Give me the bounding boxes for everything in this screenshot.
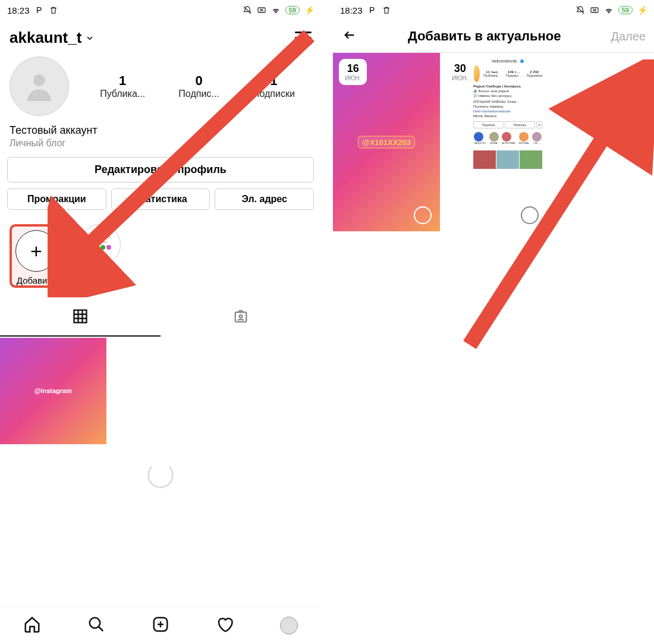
- bio-category: Личный блог: [10, 138, 312, 149]
- status-time: 18:23: [7, 5, 30, 15]
- charging-icon: ⚡: [304, 5, 314, 15]
- back-button[interactable]: [341, 29, 358, 44]
- nav-activity[interactable]: [216, 615, 234, 636]
- date-badge: 16 июн.: [339, 59, 367, 85]
- svg-point-8: [520, 59, 524, 63]
- svg-point-4: [240, 315, 243, 318]
- post-text: @instagram: [34, 387, 72, 394]
- plus-icon: +: [30, 240, 42, 263]
- battery-saver-icon: [257, 5, 266, 15]
- loading-spinner: [0, 444, 321, 508]
- nav-home[interactable]: [23, 615, 41, 636]
- select-circle[interactable]: [414, 206, 432, 224]
- nav-search[interactable]: [87, 615, 105, 636]
- edit-profile-button[interactable]: Редактировать профиль: [7, 157, 314, 183]
- phone-right: 18:23 P 59 ⚡ Добавить в актуальное Далее…: [333, 0, 654, 644]
- story-thumb-2[interactable]: 30 июн. radiosvaboda 11 тыс.Публика… 149…: [440, 53, 547, 231]
- svg-point-5: [90, 617, 100, 628]
- stat-following[interactable]: 1 Подписки: [253, 73, 295, 99]
- battery-indicator: 59: [285, 6, 300, 14]
- svg-point-1: [33, 74, 45, 86]
- promo-button[interactable]: Промоакции: [7, 189, 106, 210]
- mute-icon: [576, 5, 585, 15]
- trash-icon: [382, 5, 391, 15]
- trash-icon: [49, 5, 58, 15]
- bio-name: Тестовый аккаунт: [10, 124, 312, 137]
- post-thumb[interactable]: @instagram: [0, 338, 106, 444]
- heart-icon: [216, 615, 234, 633]
- arrow-left-icon: [341, 29, 358, 42]
- stats-button[interactable]: Статистика: [111, 189, 210, 210]
- select-circle[interactable]: [521, 206, 539, 224]
- battery-indicator: 59: [618, 6, 633, 14]
- wifi-icon: [271, 5, 281, 15]
- bottom-nav: [0, 606, 321, 644]
- phone-left: 18:23 P 59 ⚡ akkaunt_t: [0, 0, 321, 644]
- status-time: 18:23: [340, 5, 363, 15]
- chevron-down-icon: [85, 33, 95, 43]
- highlight-thumb: [79, 224, 121, 266]
- email-button[interactable]: Эл. адрес: [215, 189, 314, 210]
- username-switcher[interactable]: akkaunt_t: [10, 29, 95, 47]
- stat-posts[interactable]: 1 Публика...: [100, 73, 145, 99]
- page-title: Добавить в актуальное: [369, 29, 600, 44]
- story-mention: @X101XX203: [358, 136, 415, 149]
- menu-icon[interactable]: [295, 32, 312, 45]
- p-icon: P: [34, 5, 44, 15]
- nav-profile[interactable]: [280, 617, 298, 634]
- status-bar: 18:23 P 59 ⚡: [0, 0, 321, 20]
- wifi-icon: [604, 5, 614, 15]
- story-thumb-1[interactable]: 16 июн. @X101XX203: [333, 53, 440, 231]
- date-badge: 30 июн.: [446, 59, 474, 85]
- svg-rect-3: [235, 312, 247, 322]
- charging-icon: ⚡: [637, 5, 647, 15]
- plus-square-icon: [152, 615, 169, 633]
- stat-followers[interactable]: 0 Подпис...: [178, 73, 219, 99]
- tagged-icon: [232, 308, 249, 325]
- nav-new[interactable]: [152, 615, 169, 636]
- p-icon: P: [367, 5, 377, 15]
- annotation-highlight: + Добавить: [10, 224, 63, 288]
- profile-avatar[interactable]: [10, 56, 69, 116]
- mute-icon: [243, 5, 252, 15]
- username-text: akkaunt_t: [10, 29, 81, 47]
- grid-icon: [72, 308, 89, 325]
- avatar-icon: [280, 617, 298, 634]
- battery-saver-icon: [590, 5, 599, 15]
- tab-tagged[interactable]: [161, 300, 321, 337]
- highlight-add[interactable]: + Добавить: [15, 230, 57, 285]
- profile-header: akkaunt_t: [0, 20, 321, 51]
- sc-avatar: [473, 65, 480, 82]
- highlight-actual[interactable]: Актуальное: [76, 224, 124, 288]
- search-icon: [87, 615, 105, 633]
- home-icon: [23, 615, 41, 633]
- screenshot-content: radiosvaboda 11 тыс.Публика… 149 т…Подпи…: [469, 53, 547, 174]
- svg-rect-2: [74, 310, 87, 323]
- verified-icon: [520, 59, 524, 63]
- next-button[interactable]: Далее: [611, 30, 646, 43]
- tab-grid[interactable]: [0, 300, 161, 337]
- status-bar: 18:23 P 59 ⚡: [333, 0, 654, 20]
